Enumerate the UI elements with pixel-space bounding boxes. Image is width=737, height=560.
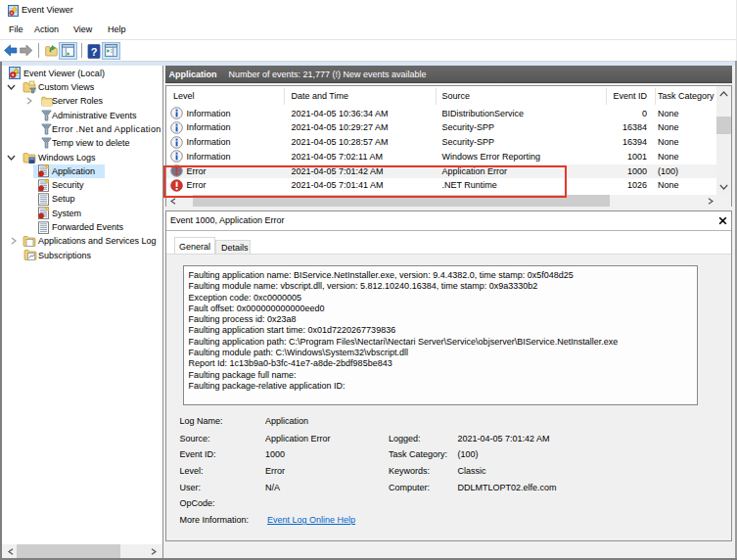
svg-text:?: ? [90,45,97,57]
